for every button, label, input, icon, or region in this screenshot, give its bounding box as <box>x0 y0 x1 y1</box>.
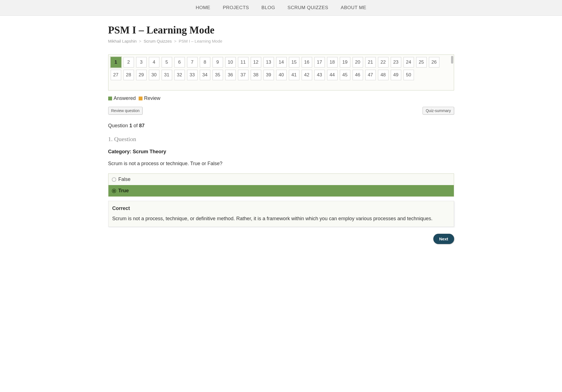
button-row: Review question Quiz-summary <box>108 107 454 115</box>
question-nav-item[interactable]: 24 <box>403 57 414 68</box>
question-nav-item[interactable]: 33 <box>187 70 198 80</box>
question-category: Category: Scrum Theory <box>108 149 454 155</box>
legend-swatch-answered <box>108 97 112 100</box>
question-nav-item[interactable]: 9 <box>213 57 223 68</box>
question-nav-item[interactable]: 8 <box>200 57 210 68</box>
question-nav-item[interactable]: 40 <box>276 70 287 80</box>
feedback-box: Correct Scrum is not a process, techniqu… <box>108 201 454 227</box>
review-question-button[interactable]: Review question <box>108 107 143 115</box>
question-nav-item[interactable]: 32 <box>174 70 185 80</box>
question-nav-item[interactable]: 25 <box>416 57 427 68</box>
radio-icon <box>112 177 116 182</box>
question-nav-item[interactable]: 21 <box>365 57 376 68</box>
breadcrumb-sep: > <box>139 39 141 43</box>
question-nav-item[interactable]: 22 <box>378 57 389 68</box>
question-nav-item[interactable]: 48 <box>378 70 389 80</box>
question-nav-item[interactable]: 45 <box>340 70 350 80</box>
breadcrumb-link[interactable]: Mikhail Lapshin <box>108 39 137 43</box>
legend-label-answered: Answered <box>114 95 136 101</box>
legend-label-review: Review <box>144 95 160 101</box>
question-nav-item[interactable]: 44 <box>327 70 338 80</box>
nav-item[interactable]: SCRUM QUIZZES <box>288 5 328 11</box>
scrollbar-thumb[interactable] <box>451 56 453 64</box>
question-nav-item[interactable]: 49 <box>391 70 401 80</box>
question-nav-item[interactable]: 17 <box>314 57 325 68</box>
question-heading: 1. Question <box>108 136 454 143</box>
breadcrumb: Mikhail Lapshin > Scrum Quizzes > PSM I … <box>108 39 454 43</box>
answer-option[interactable]: True <box>108 185 454 196</box>
quiz-summary-button[interactable]: Quiz-summary <box>423 107 454 115</box>
question-text: Scrum is not a process or technique. Tru… <box>108 161 454 167</box>
question-nav-item[interactable]: 50 <box>403 70 414 80</box>
question-nav-item[interactable]: 4 <box>149 57 159 68</box>
breadcrumb-sep: > <box>174 39 177 43</box>
question-nav-item[interactable]: 11 <box>238 57 248 68</box>
question-nav-item[interactable]: 35 <box>213 70 223 80</box>
answer-label: True <box>118 188 129 194</box>
question-nav-item[interactable]: 2 <box>123 57 134 68</box>
question-nav-item[interactable]: 10 <box>225 57 236 68</box>
answer-option[interactable]: False <box>108 174 454 185</box>
feedback-text: Scrum is not a process, technique, or de… <box>112 215 450 222</box>
question-nav-item[interactable]: 41 <box>289 70 299 80</box>
question-nav-item[interactable]: 31 <box>162 70 172 80</box>
answer-list: FalseTrue <box>108 173 454 197</box>
question-nav-item[interactable]: 7 <box>187 57 198 68</box>
radio-icon <box>112 189 116 193</box>
breadcrumb-link[interactable]: Scrum Quizzes <box>144 39 172 43</box>
question-nav-item[interactable]: 12 <box>251 57 261 68</box>
question-nav-item[interactable]: 42 <box>302 70 312 80</box>
question-counter: Question 1 of 87 <box>108 123 454 129</box>
question-nav-item[interactable]: 15 <box>289 57 299 68</box>
question-nav-item[interactable]: 30 <box>149 70 159 80</box>
question-nav-item[interactable]: 19 <box>340 57 350 68</box>
page-title: PSM I – Learning Mode <box>108 24 454 36</box>
question-nav-item[interactable]: 47 <box>365 70 376 80</box>
legend: Answered Review <box>108 95 454 101</box>
answer-label: False <box>118 176 131 182</box>
question-nav-item[interactable]: 43 <box>314 70 325 80</box>
question-nav-item[interactable]: 38 <box>251 70 261 80</box>
question-nav-item[interactable]: 27 <box>111 70 121 80</box>
question-nav-item[interactable]: 36 <box>225 70 236 80</box>
question-nav-item[interactable]: 29 <box>136 70 147 80</box>
question-nav-item[interactable]: 20 <box>353 57 363 68</box>
question-nav-item[interactable]: 16 <box>302 57 312 68</box>
question-nav-item[interactable]: 28 <box>123 70 134 80</box>
question-nav-panel[interactable]: 1234567891011121314151617181920212223242… <box>108 54 454 90</box>
breadcrumb-current: PSM I – Learning Mode <box>179 39 222 43</box>
question-nav-item[interactable]: 3 <box>136 57 147 68</box>
legend-swatch-review <box>139 97 143 100</box>
question-nav-item[interactable]: 6 <box>174 57 185 68</box>
next-button[interactable]: Next <box>433 234 454 244</box>
question-nav-item[interactable]: 46 <box>353 70 363 80</box>
main-content: PSM I – Learning Mode Mikhail Lapshin > … <box>108 16 454 255</box>
nav-item[interactable]: PROJECTS <box>223 5 249 11</box>
feedback-title: Correct <box>112 206 450 211</box>
question-nav-item[interactable]: 18 <box>327 57 338 68</box>
question-nav-item[interactable]: 1 <box>111 57 121 68</box>
question-nav-item[interactable]: 34 <box>200 70 210 80</box>
question-nav-item[interactable]: 23 <box>391 57 401 68</box>
top-nav: HOMEPROJECTSBLOGSCRUM QUIZZESABOUT ME <box>0 0 562 16</box>
nav-item[interactable]: HOME <box>196 5 210 11</box>
question-nav-item[interactable]: 5 <box>162 57 172 68</box>
question-nav-item[interactable]: 14 <box>276 57 287 68</box>
next-row: Next <box>108 234 454 244</box>
question-nav-item[interactable]: 13 <box>263 57 274 68</box>
nav-item[interactable]: BLOG <box>261 5 275 11</box>
question-nav-item[interactable]: 26 <box>429 57 439 68</box>
question-nav-item[interactable]: 37 <box>238 70 248 80</box>
nav-item[interactable]: ABOUT ME <box>341 5 366 11</box>
question-nav-item[interactable]: 39 <box>263 70 274 80</box>
